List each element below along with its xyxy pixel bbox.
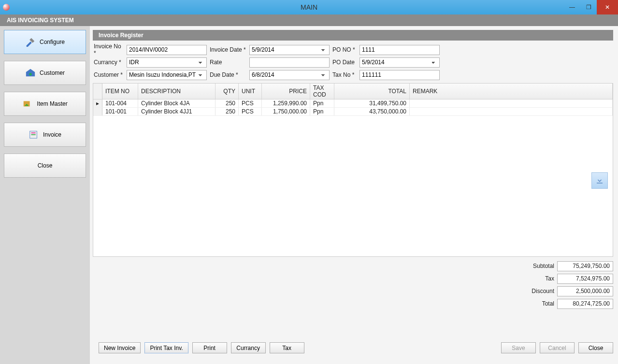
cell-tax-code[interactable]: Ppn	[310, 99, 334, 108]
value-total: 80,274,725.00	[557, 299, 613, 309]
sidebar-item-label: Item Master	[37, 100, 67, 107]
cell-item-no[interactable]: 101-004	[102, 99, 138, 108]
label-rate: Rate	[210, 59, 246, 66]
label-total: Total	[520, 300, 554, 307]
svg-rect-4	[31, 134, 35, 135]
cell-description[interactable]: Cylinder Block 4JJ1	[138, 108, 216, 116]
cell-price[interactable]: 1,259,990.00	[262, 99, 310, 108]
items-grid[interactable]: ITEM NO DESCRIPTION QTY UNIT PRICE TAX C…	[93, 83, 613, 257]
print-button[interactable]: Print	[192, 342, 227, 353]
label-tax-no: Tax No *	[332, 71, 357, 78]
sidebar-item-configure[interactable]: Configure	[4, 30, 86, 54]
download-button[interactable]	[591, 172, 608, 189]
sidebar-item-close[interactable]: Close	[4, 154, 86, 178]
item-master-icon	[22, 98, 33, 109]
currency-button[interactable]: Currancy	[231, 342, 266, 353]
save-button[interactable]: Save	[501, 342, 536, 353]
value-subtotal: 75,249,750.00	[557, 261, 613, 271]
cell-remark[interactable]	[410, 99, 613, 108]
col-total[interactable]: TOTAL	[334, 84, 410, 99]
label-po-date: PO Date	[332, 59, 357, 66]
currency-field[interactable]: IDR	[127, 57, 207, 68]
col-price[interactable]: PRICE	[262, 84, 310, 99]
cell-description[interactable]: Cylinder Block 4JA	[138, 99, 216, 108]
label-subtotal: Subtotal	[520, 263, 554, 269]
minimize-button[interactable]: —	[564, 0, 580, 14]
invoice-no-field[interactable]	[127, 45, 207, 55]
svg-point-0	[29, 73, 32, 76]
tax-no-field[interactable]	[359, 70, 440, 80]
new-invoice-button[interactable]: New Invoice	[99, 342, 141, 353]
sidebar-item-label: Close	[38, 162, 53, 169]
svg-rect-3	[31, 132, 35, 133]
label-invoice-date: Invoice Date *	[210, 46, 246, 53]
tax-button[interactable]: Tax	[270, 342, 304, 353]
cell-total[interactable]: 43,750,000.00	[334, 108, 410, 116]
app-title: AIS INVOICING SYSTEM	[0, 14, 618, 26]
titlebar: MAIN — ❐ ✕	[0, 0, 618, 14]
value-tax: 7,524,975.00	[557, 274, 613, 284]
label-currency: Currancy *	[93, 59, 124, 66]
workspace: Configure Customer Item Master Invoice C…	[0, 26, 618, 364]
window-controls: — ❐ ✕	[564, 0, 618, 14]
col-unit[interactable]: UNIT	[239, 84, 262, 99]
print-tax-inv-button[interactable]: Print Tax Inv.	[144, 342, 188, 353]
grid-row-header	[93, 84, 102, 99]
maximize-button[interactable]: ❐	[580, 0, 597, 14]
app-icon	[3, 4, 10, 11]
label-tax: Tax	[520, 275, 554, 282]
row-indicator: ▸	[93, 99, 102, 108]
totals: Subtotal75,249,750.00 Tax7,524,975.00 Di…	[468, 260, 613, 310]
label-due-date: Due Date *	[210, 71, 246, 78]
value-discount: 2,500,000.00	[557, 286, 613, 296]
col-remark[interactable]: REMARK	[410, 84, 613, 99]
panel-title: Invoice Register	[93, 30, 613, 41]
po-date-field[interactable]: 5/9/2014	[359, 57, 440, 68]
cell-total[interactable]: 31,499,750.00	[334, 99, 410, 108]
sidebar-item-customer[interactable]: Customer	[4, 61, 86, 85]
arrow-down-icon	[595, 176, 604, 185]
customer-icon	[25, 68, 36, 78]
cell-unit[interactable]: PCS	[239, 99, 262, 108]
window-title: MAIN	[301, 3, 317, 11]
close-button-footer[interactable]: Close	[578, 342, 613, 353]
po-no-field[interactable]	[359, 45, 440, 55]
col-item-no[interactable]: ITEM NO	[102, 84, 138, 99]
cell-item-no[interactable]: 101-001	[102, 108, 138, 116]
due-date-field[interactable]: 6/8/2014	[249, 70, 330, 80]
sidebar-item-invoice[interactable]: Invoice	[4, 123, 86, 147]
invoice-date-field[interactable]: 5/9/2014	[249, 45, 330, 55]
cancel-button[interactable]: Cancel	[540, 342, 575, 353]
col-tax-code[interactable]: TAX COD	[310, 84, 334, 99]
label-po-no: PO NO *	[332, 46, 357, 53]
col-description[interactable]: DESCRIPTION	[138, 84, 216, 99]
row-indicator	[93, 108, 102, 116]
table-row[interactable]: 101-001Cylinder Block 4JJ1250PCS1,750,00…	[93, 108, 613, 116]
sidebar-item-item-master[interactable]: Item Master	[4, 92, 86, 116]
main-panel: Invoice Register Invoice No * Invoice Da…	[90, 26, 618, 364]
sidebar-item-label: Customer	[40, 70, 65, 76]
table-row[interactable]: ▸101-004Cylinder Block 4JA250PCS1,259,99…	[93, 99, 613, 108]
close-button[interactable]: ✕	[597, 0, 618, 14]
cell-unit[interactable]: PCS	[239, 108, 262, 116]
label-invoice-no: Invoice No *	[93, 43, 124, 56]
form-area: Invoice No * Invoice Date * 5/9/2014 PO …	[93, 41, 613, 83]
footer: New Invoice Print Tax Inv. Print Curranc…	[93, 337, 613, 360]
cell-tax-code[interactable]: Ppn	[310, 108, 334, 116]
cell-remark[interactable]	[410, 108, 613, 116]
cell-qty[interactable]: 250	[216, 99, 239, 108]
sidebar: Configure Customer Item Master Invoice C…	[0, 26, 90, 364]
label-discount: Discount	[520, 288, 554, 294]
configure-icon	[25, 37, 36, 47]
cell-qty[interactable]: 250	[216, 108, 239, 116]
customer-field[interactable]: Mesin Isuzu Indonesia,PT	[127, 70, 207, 80]
sidebar-item-label: Configure	[40, 39, 65, 45]
sidebar-item-label: Invoice	[43, 131, 61, 138]
invoice-icon	[29, 129, 39, 140]
col-qty[interactable]: QTY	[216, 84, 239, 99]
cell-price[interactable]: 1,750,000.00	[262, 108, 310, 116]
label-customer: Customer *	[93, 71, 124, 78]
rate-field[interactable]	[249, 57, 330, 68]
